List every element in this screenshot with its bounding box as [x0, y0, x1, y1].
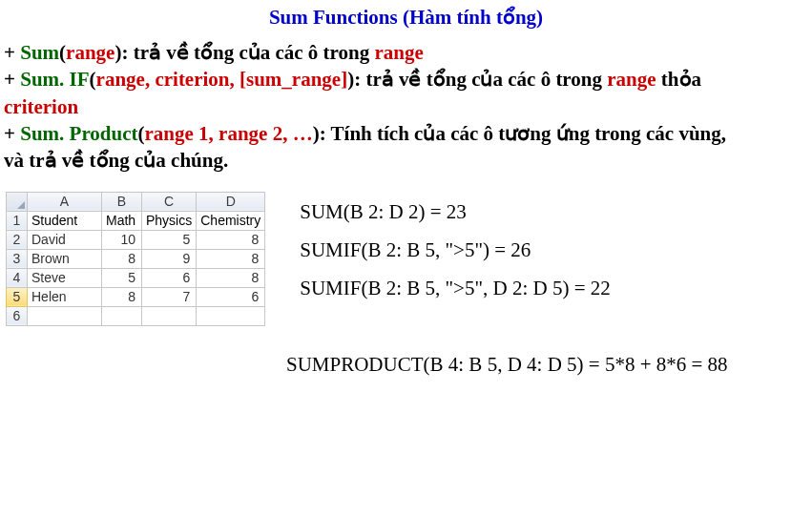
- cell[interactable]: 10: [102, 230, 142, 249]
- cell[interactable]: 8: [197, 230, 265, 249]
- paren-open: (: [90, 68, 96, 91]
- fn-args: range 1, range 2, …: [145, 122, 313, 145]
- cell[interactable]: 8: [197, 249, 265, 268]
- row-header[interactable]: 2: [7, 230, 28, 249]
- cell[interactable]: 8: [102, 287, 142, 306]
- row-header[interactable]: 5: [7, 287, 28, 306]
- cell[interactable]: 8: [197, 268, 265, 287]
- def-sumproduct: + Sum. Product(range 1, range 2, …): Tín…: [4, 120, 808, 147]
- cell[interactable]: 5: [142, 230, 197, 249]
- cell[interactable]: Physics: [142, 211, 197, 230]
- cell[interactable]: 6: [197, 287, 265, 306]
- def-text: : trả về tổng của các ô trong: [121, 41, 374, 64]
- paren-close: ): [313, 122, 320, 145]
- fn-name: Sum. Product: [20, 122, 137, 145]
- page-title: Sum Functions (Hàm tính tổng): [0, 6, 812, 30]
- plus-sign: +: [4, 68, 20, 91]
- def-sumif-cont: criterion: [4, 93, 808, 120]
- cell[interactable]: [142, 306, 197, 325]
- row-header[interactable]: 3: [7, 249, 28, 268]
- definitions-block: + Sum(range): trả về tổng của các ô tron…: [0, 39, 812, 175]
- cell[interactable]: Steve: [28, 268, 102, 287]
- def-sum: + Sum(range): trả về tổng của các ô tron…: [4, 39, 808, 66]
- fn-name: Sum. IF: [20, 68, 89, 91]
- def-sumproduct-cont: và trả về tổng của chúng.: [4, 147, 808, 174]
- cell[interactable]: Helen: [28, 287, 102, 306]
- formula-sum: SUM(B 2: D 2) = 23: [300, 194, 611, 232]
- range-word: range: [607, 68, 656, 91]
- cell[interactable]: Student: [28, 211, 102, 230]
- formula-examples: SUM(B 2: D 2) = 23 SUMIF(B 2: B 5, ">5")…: [300, 192, 611, 308]
- fn-name: Sum: [20, 41, 59, 64]
- def-text: : Tính tích của các ô tương ứng trong cá…: [320, 122, 726, 145]
- cell[interactable]: Chemistry: [197, 211, 265, 230]
- cell[interactable]: [28, 306, 102, 325]
- cell[interactable]: Math: [102, 211, 142, 230]
- plus-sign: +: [4, 41, 20, 64]
- cell[interactable]: 5: [102, 268, 142, 287]
- col-header-b[interactable]: B: [102, 192, 142, 211]
- cell[interactable]: Brown: [28, 249, 102, 268]
- cell[interactable]: David: [28, 230, 102, 249]
- cell[interactable]: 9: [142, 249, 197, 268]
- cell[interactable]: 7: [142, 287, 197, 306]
- select-all-corner[interactable]: [7, 192, 28, 211]
- fn-args: range: [66, 41, 115, 64]
- cell[interactable]: [197, 306, 265, 325]
- cell[interactable]: 6: [142, 268, 197, 287]
- row-header[interactable]: 4: [7, 268, 28, 287]
- col-header-d[interactable]: D: [197, 192, 265, 211]
- cell[interactable]: [102, 306, 142, 325]
- fn-args: range, criterion, [sum_range]: [96, 68, 348, 91]
- cell[interactable]: 8: [102, 249, 142, 268]
- range-word: range: [374, 41, 423, 64]
- row-header[interactable]: 6: [7, 306, 28, 325]
- plus-sign: +: [4, 122, 20, 145]
- formula-sumif-2: SUMIF(B 2: B 5, ">5", D 2: D 5) = 22: [300, 270, 611, 308]
- col-header-c[interactable]: C: [142, 192, 197, 211]
- formula-sumif-1: SUMIF(B 2: B 5, ">5") = 26: [300, 232, 611, 270]
- formula-sumproduct: SUMPRODUCT(B 4: B 5, D 4: D 5) = 5*8 + 8…: [0, 353, 812, 377]
- def-text: : trả về tổng của các ô trong: [354, 68, 607, 91]
- col-header-a[interactable]: A: [28, 192, 102, 211]
- def-sumif: + Sum. IF(range, criterion, [sum_range])…: [4, 66, 808, 93]
- paren-open: (: [138, 122, 145, 145]
- spreadsheet: A B C D 1 Student Math Physics Chemistry…: [6, 192, 265, 326]
- def-text: thỏa: [656, 68, 701, 91]
- row-header[interactable]: 1: [7, 211, 28, 230]
